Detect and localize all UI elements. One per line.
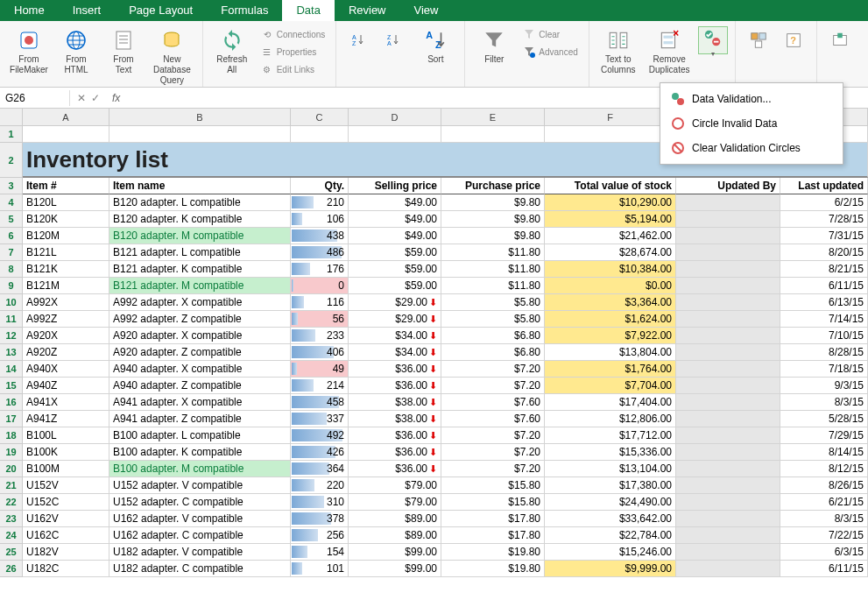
cell[interactable]: 7/14/15 bbox=[780, 311, 868, 328]
cell[interactable]: B100 adapter. M compatible bbox=[109, 461, 291, 477]
btn-properties[interactable]: ☰Properties bbox=[258, 44, 329, 60]
sort-desc-button[interactable]: ZA bbox=[378, 26, 410, 56]
cell[interactable]: $0.00 bbox=[545, 278, 676, 294]
select-all-corner[interactable] bbox=[0, 109, 23, 126]
cell[interactable]: $59.00 bbox=[349, 244, 441, 261]
cell[interactable]: A941X bbox=[23, 394, 109, 411]
cell[interactable]: U152 adapter. V compatible bbox=[109, 477, 291, 494]
cell[interactable]: A941 adapter. Z compatible bbox=[109, 411, 291, 427]
cell[interactable]: $7,922.00 bbox=[545, 328, 676, 344]
consolidate-button[interactable] bbox=[743, 26, 774, 56]
cell[interactable]: U162 adapter. C compatible bbox=[109, 527, 291, 544]
cell[interactable] bbox=[545, 126, 676, 143]
col-header-A[interactable]: A bbox=[23, 109, 109, 126]
name-box[interactable]: G26 bbox=[0, 90, 70, 106]
cell[interactable] bbox=[676, 527, 780, 544]
cell[interactable]: $21,462.00 bbox=[545, 228, 676, 244]
cell-qty[interactable]: 210 bbox=[291, 194, 349, 211]
cell[interactable] bbox=[676, 427, 780, 444]
cell[interactable]: 6/2/15 bbox=[780, 194, 868, 211]
cell[interactable]: B100K bbox=[23, 444, 109, 461]
cell[interactable]: B121 adapter. K compatible bbox=[109, 261, 291, 278]
row-header-9[interactable]: 9 bbox=[0, 278, 23, 294]
cell[interactable]: A941Z bbox=[23, 411, 109, 427]
cell[interactable]: $22,784.00 bbox=[545, 527, 676, 544]
cell[interactable]: $13,104.00 bbox=[545, 461, 676, 477]
row-header-23[interactable]: 23 bbox=[0, 511, 23, 527]
cell[interactable]: 8/28/15 bbox=[780, 344, 868, 361]
cell[interactable]: $99.00 bbox=[349, 561, 441, 577]
cell[interactable]: 6/13/15 bbox=[780, 294, 868, 311]
cell[interactable]: 8/21/15 bbox=[780, 261, 868, 278]
tab-data[interactable]: Data bbox=[282, 0, 334, 21]
menu-circle-invalid-data[interactable]: Circle Invalid Data bbox=[660, 111, 843, 136]
cell[interactable]: $7.60 bbox=[441, 394, 545, 411]
header-total-value-of-stock[interactable]: Total value of stock bbox=[545, 178, 676, 194]
header-selling-price[interactable]: Selling price bbox=[349, 178, 441, 194]
tab-review[interactable]: Review bbox=[335, 0, 400, 21]
cell[interactable]: $17.80 bbox=[441, 527, 545, 544]
cell[interactable]: $3,364.00 bbox=[545, 294, 676, 311]
cell[interactable] bbox=[109, 126, 291, 143]
row-header-25[interactable]: 25 bbox=[0, 544, 23, 561]
cell[interactable]: $6.80 bbox=[441, 328, 545, 344]
cell[interactable]: $7.20 bbox=[441, 461, 545, 477]
cell[interactable]: $9,999.00 bbox=[545, 561, 676, 577]
cell[interactable]: $9.80 bbox=[441, 228, 545, 244]
cell[interactable] bbox=[676, 328, 780, 344]
cell[interactable]: $29.00⬇ bbox=[349, 311, 441, 328]
cell[interactable] bbox=[291, 126, 349, 143]
menu-clear-validation-circles[interactable]: Clear Validation Circles bbox=[660, 136, 843, 160]
cell[interactable]: U152 adapter. C compatible bbox=[109, 494, 291, 511]
cell[interactable]: $7,704.00 bbox=[545, 378, 676, 394]
cell[interactable] bbox=[676, 444, 780, 461]
cell[interactable]: A992 adapter. X compatible bbox=[109, 294, 291, 311]
cell[interactable]: $10,290.00 bbox=[545, 194, 676, 211]
row-header-1[interactable]: 1 bbox=[0, 126, 23, 143]
cell[interactable] bbox=[676, 561, 780, 577]
cell[interactable]: $17.80 bbox=[441, 511, 545, 527]
cell[interactable] bbox=[676, 411, 780, 427]
cell[interactable]: U182V bbox=[23, 544, 109, 561]
filter-button[interactable]: Filter bbox=[472, 26, 516, 67]
cell-qty[interactable]: 101 bbox=[291, 561, 349, 577]
header-qty.[interactable]: Qty. bbox=[291, 178, 349, 194]
col-header-D[interactable]: D bbox=[349, 109, 441, 126]
cell[interactable]: $7.20 bbox=[441, 378, 545, 394]
cell[interactable]: B121K bbox=[23, 261, 109, 278]
cell[interactable] bbox=[23, 126, 109, 143]
cell[interactable]: 8/3/15 bbox=[780, 394, 868, 411]
cell[interactable]: 7/22/15 bbox=[780, 527, 868, 544]
header-updated-by[interactable]: Updated By bbox=[676, 178, 780, 194]
row-header-3[interactable]: 3 bbox=[0, 178, 23, 194]
cell[interactable]: $15.80 bbox=[441, 477, 545, 494]
cell-qty[interactable]: 56 bbox=[291, 311, 349, 328]
cell-qty[interactable]: 438 bbox=[291, 228, 349, 244]
cell[interactable]: B120M bbox=[23, 228, 109, 244]
row-header-15[interactable]: 15 bbox=[0, 378, 23, 394]
cell[interactable]: B120L bbox=[23, 194, 109, 211]
cell[interactable] bbox=[676, 244, 780, 261]
cell[interactable]: $11.80 bbox=[441, 244, 545, 261]
cell[interactable] bbox=[676, 344, 780, 361]
cell-qty[interactable]: 406 bbox=[291, 344, 349, 361]
cell-qty[interactable]: 49 bbox=[291, 361, 349, 378]
cell-qty[interactable]: 220 bbox=[291, 477, 349, 494]
row-header-7[interactable]: 7 bbox=[0, 244, 23, 261]
row-header-2[interactable]: 2 bbox=[0, 143, 23, 178]
btn-clear[interactable]: Clear bbox=[519, 26, 581, 42]
row-header-4[interactable]: 4 bbox=[0, 194, 23, 211]
cell[interactable]: A920Z bbox=[23, 344, 109, 361]
cell[interactable]: $11.80 bbox=[441, 261, 545, 278]
cell[interactable]: $6.80 bbox=[441, 344, 545, 361]
col-header-E[interactable]: E bbox=[441, 109, 545, 126]
cell[interactable]: B100 adapter. L compatible bbox=[109, 427, 291, 444]
row-header-22[interactable]: 22 bbox=[0, 494, 23, 511]
cell[interactable]: $24,490.00 bbox=[545, 494, 676, 511]
col-header-F[interactable]: F bbox=[545, 109, 676, 126]
cell[interactable] bbox=[676, 211, 780, 228]
cell[interactable]: $38.00⬇ bbox=[349, 411, 441, 427]
cell[interactable] bbox=[441, 126, 545, 143]
cell[interactable]: $9.80 bbox=[441, 211, 545, 228]
tab-formulas[interactable]: Formulas bbox=[207, 0, 282, 21]
